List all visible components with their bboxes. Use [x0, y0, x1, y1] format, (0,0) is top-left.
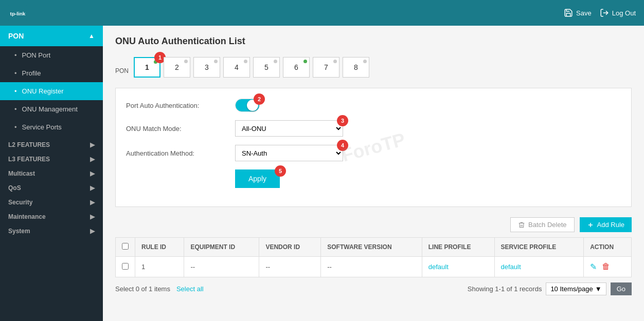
step-badge-2: 2 — [254, 93, 265, 105]
col-software-version: SOFTWARE VERSION — [321, 238, 422, 257]
row-checkbox[interactable] — [122, 263, 129, 270]
maintenance-chevron-icon: ▶ — [90, 213, 95, 220]
delete-icon[interactable]: 🗑 — [602, 262, 610, 272]
sidebar-group-l2[interactable]: L2 FEATURES ▶ — [0, 136, 103, 150]
dot-8 — [363, 60, 367, 63]
security-chevron-icon: ▶ — [90, 199, 95, 206]
col-service-profile: SERVICE PROFILE — [494, 238, 584, 257]
apply-row: Apply 5 — [126, 169, 621, 188]
pon-section-label: PON — [8, 32, 24, 40]
logo-area: tp-link — [8, 4, 27, 22]
pon-tabs-row: PON 1 1 2 3 4 — [115, 57, 632, 78]
batch-delete-button[interactable]: Batch Delete — [510, 217, 574, 232]
pon-tab-2[interactable]: 2 — [164, 57, 190, 78]
trash-icon — [518, 221, 525, 229]
port-auto-auth-label: Port Auto Authentication: — [126, 102, 229, 109]
l3-chevron-icon: ▶ — [90, 156, 95, 163]
sidebar: PON ▲ PON Port Profile ONU Register ONU … — [0, 26, 103, 321]
topnav-actions: Save Log Out — [564, 8, 636, 17]
table-header-row: RULE ID EQUIPMENT ID VENDOR ID SOFTWARE … — [116, 238, 632, 257]
dot-4 — [244, 60, 247, 63]
cell-line-profile: default — [422, 257, 494, 277]
table-head: RULE ID EQUIPMENT ID VENDOR ID SOFTWARE … — [116, 238, 632, 257]
pon-tab-5[interactable]: 5 — [253, 57, 280, 78]
cell-service-profile: default — [494, 257, 584, 277]
tp-link-logo: tp-link — [8, 4, 27, 22]
dot-5 — [274, 60, 277, 63]
sidebar-item-service-ports[interactable]: Service Ports — [0, 118, 103, 136]
cell-rule-id: 1 — [135, 257, 184, 277]
pagination-right: Showing 1-1 of 1 records 10 Items/page ▼… — [468, 282, 632, 295]
sidebar-item-pon-port[interactable]: PON Port — [0, 46, 103, 64]
sidebar-item-profile[interactable]: Profile — [0, 64, 103, 82]
cell-equipment-id: -- — [184, 257, 259, 277]
pon-tab-1-container: 1 1 — [134, 57, 160, 78]
sidebar-item-onu-management[interactable]: ONU Management — [0, 100, 103, 118]
row-checkbox-cell — [116, 257, 135, 277]
sidebar-group-system[interactable]: System ▶ — [0, 222, 103, 237]
col-action: ACTION — [584, 238, 632, 257]
apply-control: Apply 5 — [235, 169, 280, 188]
onu-match-mode-select[interactable]: All-ONU SN Password SN+Password — [235, 120, 343, 137]
cell-action: ✎ 🗑 — [584, 257, 632, 277]
col-equipment-id: EQUIPMENT ID — [184, 238, 259, 257]
port-auto-auth-row: Port Auto Authentication: 2 — [126, 99, 621, 112]
dot-7 — [333, 60, 337, 63]
table-actions: Batch Delete Add Rule — [115, 217, 632, 232]
cell-vendor-id: -- — [259, 257, 321, 277]
pon-tab-6[interactable]: 6 — [283, 57, 310, 78]
select-info: Select 0 of 1 items Select all — [115, 285, 204, 293]
rules-table: RULE ID EQUIPMENT ID VENDOR ID SOFTWARE … — [115, 237, 632, 277]
showing-info: Showing 1-1 of 1 records — [468, 285, 542, 293]
select-all-link[interactable]: Select all — [176, 285, 204, 293]
logout-icon — [600, 8, 609, 17]
svg-text:tp-link: tp-link — [10, 11, 26, 16]
pon-tabs-label: PON — [115, 67, 129, 78]
step-badge-3: 3 — [337, 115, 348, 126]
auth-method-label: Authentication Method: — [126, 149, 229, 157]
sidebar-group-multicast[interactable]: Multicast ▶ — [0, 165, 103, 179]
onu-match-mode-row: ONU Match Mode: All-ONU SN Password SN+P… — [126, 120, 621, 137]
apply-btn-container: Apply 5 — [235, 169, 280, 188]
add-rule-button[interactable]: Add Rule — [580, 217, 632, 232]
plus-icon — [587, 221, 594, 229]
sidebar-group-security[interactable]: Security ▶ — [0, 194, 103, 208]
step-badge-4: 4 — [337, 140, 348, 151]
l2-chevron-icon: ▶ — [90, 141, 95, 148]
auth-method-select-container: SN-Auth Password-Auth SN+Password-Auth 4 — [235, 145, 343, 161]
edit-icon[interactable]: ✎ — [590, 262, 597, 272]
auth-method-select[interactable]: SN-Auth Password-Auth SN+Password-Auth — [235, 145, 343, 161]
select-all-checkbox[interactable] — [122, 243, 129, 250]
layout: PON ▲ PON Port Profile ONU Register ONU … — [0, 26, 644, 321]
dot-3 — [214, 60, 218, 63]
sidebar-group-qos[interactable]: QoS ▶ — [0, 179, 103, 194]
pon-tab-4[interactable]: 4 — [223, 57, 250, 78]
form-area: ForoTP Port Auto Authentication: 2 ONU M… — [115, 88, 632, 207]
cell-software-version: -- — [321, 257, 422, 277]
col-line-profile: LINE PROFILE — [422, 238, 494, 257]
sidebar-item-onu-register[interactable]: ONU Register — [0, 82, 103, 100]
sidebar-group-maintenance[interactable]: Maintenance ▶ — [0, 208, 103, 222]
pon-tab-7[interactable]: 7 — [313, 57, 339, 78]
logout-button[interactable]: Log Out — [600, 8, 636, 17]
pon-tab-3[interactable]: 3 — [193, 57, 220, 78]
toggle-container: 2 — [235, 99, 260, 112]
table-body: 1 -- -- -- default default ✎ 🗑 — [116, 257, 632, 277]
table-footer: Select 0 of 1 items Select all Showing 1… — [115, 282, 632, 295]
step-badge-5: 5 — [275, 165, 286, 177]
table-row: 1 -- -- -- default default ✎ 🗑 — [116, 257, 632, 277]
save-icon — [564, 8, 573, 17]
pon-tab-8[interactable]: 8 — [343, 57, 369, 78]
go-button[interactable]: Go — [611, 282, 632, 295]
sidebar-section-pon[interactable]: PON ▲ — [0, 26, 103, 46]
items-per-page-chevron: ▼ — [595, 285, 602, 293]
save-button[interactable]: Save — [564, 8, 592, 17]
apply-button[interactable]: Apply — [235, 169, 280, 188]
multicast-chevron-icon: ▶ — [90, 170, 95, 177]
system-chevron-icon: ▶ — [90, 228, 95, 235]
items-per-page-selector[interactable]: 10 Items/page ▼ — [546, 282, 606, 295]
col-rule-id: RULE ID — [135, 238, 184, 257]
onu-match-select-container: All-ONU SN Password SN+Password 3 — [235, 120, 343, 137]
sidebar-group-l3[interactable]: L3 FEATURES ▶ — [0, 150, 103, 165]
topnav: tp-link Save Log Out — [0, 0, 644, 26]
